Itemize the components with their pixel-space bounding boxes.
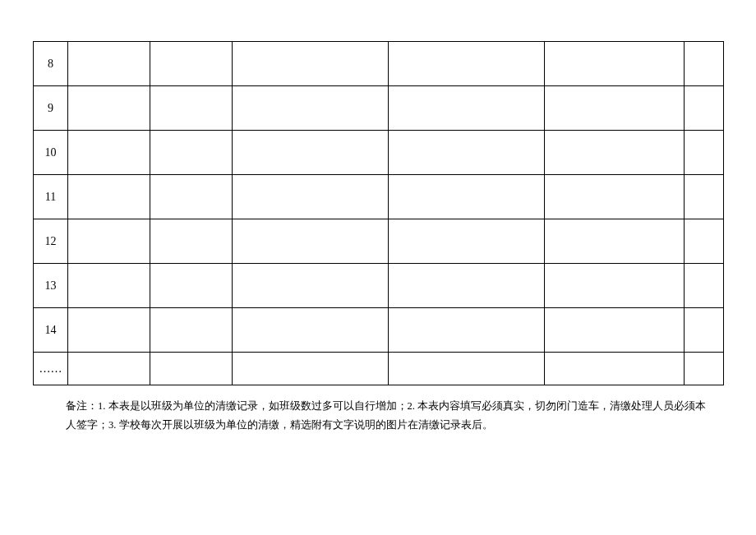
cell <box>68 86 150 131</box>
cell <box>545 42 685 86</box>
cell <box>68 175 150 219</box>
cell <box>545 308 685 353</box>
row-index: 12 <box>34 219 68 264</box>
cell <box>685 86 724 131</box>
cell <box>233 353 389 385</box>
page-wrapper: 8 9 10 <box>0 0 756 435</box>
table-row: 10 <box>34 131 724 175</box>
cell <box>685 131 724 175</box>
row-index: 14 <box>34 308 68 353</box>
table-row: 14 <box>34 308 724 353</box>
row-index: 8 <box>34 42 68 86</box>
cell <box>68 264 150 308</box>
cell <box>545 264 685 308</box>
cell <box>150 308 233 353</box>
row-index: 13 <box>34 264 68 308</box>
cell <box>233 219 389 264</box>
cell <box>389 264 545 308</box>
cell <box>68 219 150 264</box>
table-row: 12 <box>34 219 724 264</box>
cell <box>68 308 150 353</box>
cell <box>389 353 545 385</box>
cell <box>545 131 685 175</box>
cell <box>545 353 685 385</box>
cell <box>233 264 389 308</box>
cell <box>389 219 545 264</box>
cell <box>150 42 233 86</box>
cell <box>150 219 233 264</box>
table-row: 8 <box>34 42 724 86</box>
cell <box>685 353 724 385</box>
cell <box>545 175 685 219</box>
cell <box>233 86 389 131</box>
cell <box>233 175 389 219</box>
cell <box>389 42 545 86</box>
cell <box>685 175 724 219</box>
cell <box>233 42 389 86</box>
cell <box>545 219 685 264</box>
cell <box>150 131 233 175</box>
cell <box>150 353 233 385</box>
cell <box>389 131 545 175</box>
cell <box>389 175 545 219</box>
table-row: 9 <box>34 86 724 131</box>
cell <box>685 308 724 353</box>
footnote: 备注：1. 本表是以班级为单位的清缴记录，如班级数过多可以自行增加；2. 本表内… <box>33 397 723 435</box>
cell <box>685 42 724 86</box>
cell <box>68 42 150 86</box>
row-index: 10 <box>34 131 68 175</box>
cell <box>150 175 233 219</box>
cell <box>68 353 150 385</box>
cell <box>545 86 685 131</box>
cell <box>150 264 233 308</box>
record-table: 8 9 10 <box>33 41 724 385</box>
cell <box>389 308 545 353</box>
row-index: 9 <box>34 86 68 131</box>
cell <box>233 308 389 353</box>
table-row: …… <box>34 353 724 385</box>
table-row: 13 <box>34 264 724 308</box>
table-row: 11 <box>34 175 724 219</box>
cell <box>233 131 389 175</box>
cell <box>150 86 233 131</box>
cell <box>389 86 545 131</box>
cell <box>685 219 724 264</box>
cell <box>685 264 724 308</box>
row-index: 11 <box>34 175 68 219</box>
row-index: …… <box>34 353 68 385</box>
cell <box>68 131 150 175</box>
